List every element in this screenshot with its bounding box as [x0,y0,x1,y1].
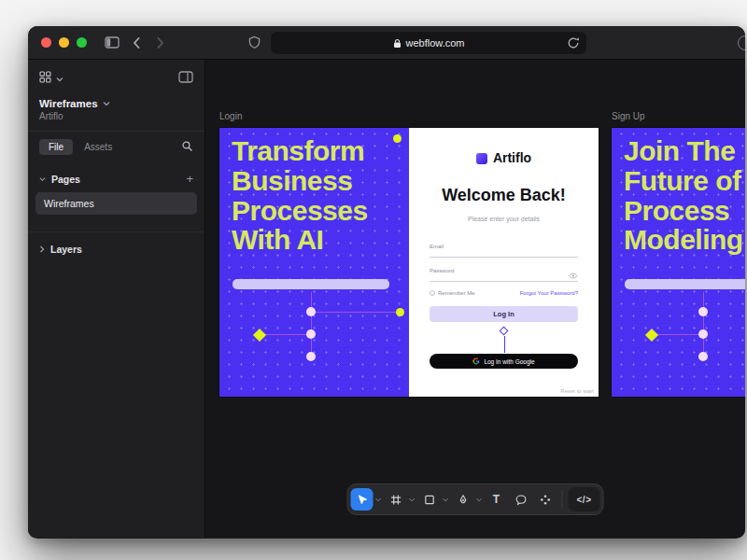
toolbar-divider [562,490,563,509]
signup-hero-panel[interactable]: Join The Future of Process Modeling [612,128,745,397]
form-title: Welcome Back! [409,186,599,205]
pages-label: Pages [51,174,80,185]
reset-link[interactable]: Reset to start [560,388,594,394]
flow-line [311,292,312,357]
window-controls [41,37,87,48]
canvas-toolbar: T </> [347,483,604,515]
app-logo-icon[interactable] [39,71,51,85]
search-icon[interactable] [181,140,193,154]
login-frame[interactable]: Transform Business Processes With AI [219,128,599,397]
google-icon [472,357,480,365]
lock-icon [393,38,402,49]
brand-name: Artiflo [493,150,531,165]
hero-dot-shape [393,134,402,143]
tab-assets[interactable]: Assets [84,142,112,152]
frame-label-signup[interactable]: Sign Up [612,111,745,121]
google-login-button[interactable]: Log In with Google [430,354,578,369]
hero-headline[interactable]: Join The Future of Process Modeling [624,136,743,255]
cursor-tool-chevron-icon[interactable] [374,497,383,502]
flow-line [703,292,704,357]
components-tool[interactable] [534,488,557,511]
chevron-down-icon [103,101,110,106]
login-form-panel[interactable]: Artiflo Welcome Back! Please enter your … [409,128,599,397]
flow-line [264,334,311,335]
checkbox-icon [430,290,435,296]
frame-tool-chevron-icon[interactable] [407,497,416,502]
flow-circle-node [306,307,316,316]
address-bar[interactable]: webflow.com [271,32,586,54]
prototype-connector-line [504,336,505,353]
login-hero-panel[interactable]: Transform Business Processes With AI [219,128,409,397]
hero-headline[interactable]: Transform Business Processes With AI [232,136,368,255]
flow-diamond-node [253,329,266,342]
project-name: Artiflo [28,110,204,131]
password-field[interactable]: Password [430,268,578,282]
layers-label: Layers [50,244,82,255]
flow-circle-node [698,307,708,316]
form-subtitle: Please enter your details [409,216,599,222]
flow-diamond-node [645,329,658,342]
workspace-selector[interactable]: Wireframes [28,92,204,110]
brand-row: Artiflo [409,150,599,165]
workspace-name: Wireframes [39,98,98,109]
chevron-right-icon [39,245,45,253]
design-canvas[interactable]: Login Transform Business Processes With … [205,60,745,538]
remember-me-label: Remember Me [438,290,475,296]
password-label: Password [430,268,454,273]
flow-circle-node [306,352,316,361]
flow-dot-node [396,308,404,316]
browser-profile-icon[interactable] [738,35,745,50]
remember-me-checkbox[interactable]: Remember Me [430,290,475,296]
layers-section-header[interactable]: Layers [28,231,204,260]
add-page-icon[interactable]: + [186,175,193,184]
flow-circle-node [306,329,316,339]
code-tool[interactable]: </> [569,487,600,511]
flow-line [312,312,398,313]
hero-bar-shape[interactable] [233,279,389,289]
frame-tool[interactable] [385,488,407,511]
privacy-shield-icon[interactable] [248,35,261,53]
flow-circle-node [698,352,708,361]
minimize-window-button[interactable] [59,37,69,48]
prototype-connector-node [499,327,508,336]
cursor-tool[interactable] [351,488,374,511]
close-window-button[interactable] [41,37,51,48]
back-icon[interactable] [126,33,147,53]
forgot-password-link[interactable]: Forgot Your Password? [520,290,578,296]
email-field[interactable]: Email [430,244,578,258]
hero-bar-shape[interactable] [625,279,745,289]
url-text: webflow.com [406,37,465,49]
chevron-down-icon [39,176,46,182]
brand-logo-icon [476,153,487,164]
pen-tool[interactable] [452,488,474,511]
email-label: Email [430,244,444,249]
browser-sidebar-toggle-icon[interactable] [102,33,122,53]
panel-toggle-icon[interactable] [178,71,193,85]
zoom-window-button[interactable] [77,37,87,48]
pen-tool-chevron-icon[interactable] [474,497,484,502]
flow-circle-node [698,329,708,339]
chevron-down-icon[interactable] [56,73,63,84]
comment-tool[interactable] [510,488,532,511]
shape-tool[interactable] [418,488,441,511]
login-button[interactable]: Log In [430,306,578,322]
text-tool[interactable]: T [486,488,508,511]
tab-file[interactable]: File [39,139,73,155]
shape-tool-chevron-icon[interactable] [441,497,450,502]
frame-label-login[interactable]: Login [219,111,599,121]
show-password-icon[interactable] [569,273,578,280]
browser-toolbar: webflow.com [28,26,745,60]
forward-icon[interactable] [150,33,171,53]
google-button-label: Log In with Google [484,358,534,365]
signup-frame[interactable]: Join The Future of Process Modeling [612,128,745,397]
browser-window: webflow.com Wireframe [28,26,745,539]
pages-section-header[interactable]: Pages + [28,162,204,190]
reload-icon[interactable] [567,36,580,51]
page-item-wireframes[interactable]: Wireframes [35,192,197,215]
flow-line [656,334,703,335]
designer-sidebar: Wireframes Artiflo File Assets Pages + W… [28,60,205,538]
